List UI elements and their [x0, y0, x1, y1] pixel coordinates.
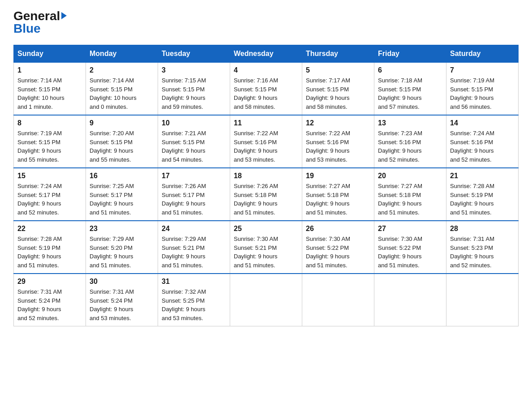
day-info: Sunrise: 7:20 AMSunset: 5:15 PMDaylight:… — [90, 129, 154, 164]
calendar-cell: 18Sunrise: 7:26 AMSunset: 5:18 PMDayligh… — [230, 168, 302, 221]
day-number: 1 — [17, 66, 82, 74]
day-info: Sunrise: 7:14 AMSunset: 5:15 PMDaylight:… — [90, 76, 154, 111]
day-number: 15 — [17, 172, 82, 180]
day-number: 25 — [234, 225, 298, 233]
calendar-cell: 19Sunrise: 7:27 AMSunset: 5:18 PMDayligh… — [302, 168, 374, 221]
page-header: General Blue — [13, 9, 519, 36]
calendar-cell: 5Sunrise: 7:17 AMSunset: 5:15 PMDaylight… — [302, 63, 374, 116]
calendar-cell: 29Sunrise: 7:31 AMSunset: 5:24 PMDayligh… — [14, 274, 86, 326]
calendar-cell: 11Sunrise: 7:22 AMSunset: 5:16 PMDayligh… — [230, 115, 302, 168]
day-number: 11 — [234, 119, 298, 127]
day-number: 16 — [90, 172, 154, 180]
day-info: Sunrise: 7:15 AMSunset: 5:15 PMDaylight:… — [162, 76, 226, 111]
day-number: 14 — [450, 119, 515, 127]
calendar-cell — [446, 274, 519, 326]
calendar-cell: 12Sunrise: 7:22 AMSunset: 5:16 PMDayligh… — [302, 115, 374, 168]
day-info: Sunrise: 7:22 AMSunset: 5:16 PMDaylight:… — [306, 129, 370, 164]
calendar-cell: 1Sunrise: 7:14 AMSunset: 5:15 PMDaylight… — [14, 63, 86, 116]
calendar-cell: 2Sunrise: 7:14 AMSunset: 5:15 PMDaylight… — [86, 63, 158, 116]
day-info: Sunrise: 7:26 AMSunset: 5:17 PMDaylight:… — [162, 182, 226, 217]
calendar-cell: 9Sunrise: 7:20 AMSunset: 5:15 PMDaylight… — [86, 115, 158, 168]
calendar-cell: 28Sunrise: 7:31 AMSunset: 5:23 PMDayligh… — [446, 221, 519, 274]
calendar-week-row: 22Sunrise: 7:28 AMSunset: 5:19 PMDayligh… — [14, 221, 519, 274]
calendar-cell: 10Sunrise: 7:21 AMSunset: 5:15 PMDayligh… — [158, 115, 230, 168]
calendar-cell: 25Sunrise: 7:30 AMSunset: 5:21 PMDayligh… — [230, 221, 302, 274]
calendar-cell: 20Sunrise: 7:27 AMSunset: 5:18 PMDayligh… — [374, 168, 446, 221]
day-number: 21 — [450, 172, 515, 180]
calendar-cell: 15Sunrise: 7:24 AMSunset: 5:17 PMDayligh… — [14, 168, 86, 221]
calendar-cell — [302, 274, 374, 326]
day-number: 22 — [17, 225, 82, 233]
day-info: Sunrise: 7:19 AMSunset: 5:15 PMDaylight:… — [17, 129, 82, 164]
column-header-wednesday: Wednesday — [230, 45, 302, 63]
calendar-cell — [230, 274, 302, 326]
day-number: 7 — [450, 66, 515, 74]
day-info: Sunrise: 7:16 AMSunset: 5:15 PMDaylight:… — [234, 76, 298, 111]
day-info: Sunrise: 7:31 AMSunset: 5:23 PMDaylight:… — [450, 235, 515, 270]
calendar-cell: 31Sunrise: 7:32 AMSunset: 5:25 PMDayligh… — [158, 274, 230, 326]
day-info: Sunrise: 7:31 AMSunset: 5:24 PMDaylight:… — [90, 287, 154, 322]
day-number: 28 — [450, 225, 515, 233]
calendar-cell: 27Sunrise: 7:30 AMSunset: 5:22 PMDayligh… — [374, 221, 446, 274]
calendar-cell: 14Sunrise: 7:24 AMSunset: 5:16 PMDayligh… — [446, 115, 519, 168]
day-info: Sunrise: 7:23 AMSunset: 5:16 PMDaylight:… — [378, 129, 442, 164]
day-info: Sunrise: 7:30 AMSunset: 5:22 PMDaylight:… — [378, 235, 442, 270]
day-number: 4 — [234, 66, 298, 74]
day-info: Sunrise: 7:18 AMSunset: 5:15 PMDaylight:… — [378, 76, 442, 111]
logo-triangle-icon — [61, 12, 67, 19]
calendar-cell: 8Sunrise: 7:19 AMSunset: 5:15 PMDaylight… — [14, 115, 86, 168]
calendar-cell: 17Sunrise: 7:26 AMSunset: 5:17 PMDayligh… — [158, 168, 230, 221]
day-info: Sunrise: 7:26 AMSunset: 5:18 PMDaylight:… — [234, 182, 298, 217]
day-info: Sunrise: 7:30 AMSunset: 5:21 PMDaylight:… — [234, 235, 298, 270]
day-number: 23 — [90, 225, 154, 233]
day-info: Sunrise: 7:29 AMSunset: 5:20 PMDaylight:… — [90, 235, 154, 270]
column-header-tuesday: Tuesday — [158, 45, 230, 63]
day-number: 13 — [378, 119, 442, 127]
logo-blue: Blue — [13, 21, 41, 36]
day-info: Sunrise: 7:29 AMSunset: 5:21 PMDaylight:… — [162, 235, 226, 270]
calendar-cell: 23Sunrise: 7:29 AMSunset: 5:20 PMDayligh… — [86, 221, 158, 274]
calendar-cell: 6Sunrise: 7:18 AMSunset: 5:15 PMDaylight… — [374, 63, 446, 116]
day-number: 8 — [17, 119, 82, 127]
logo: General Blue — [13, 9, 67, 36]
day-number: 27 — [378, 225, 442, 233]
day-number: 9 — [90, 119, 154, 127]
calendar-week-row: 15Sunrise: 7:24 AMSunset: 5:17 PMDayligh… — [14, 168, 519, 221]
calendar-cell: 21Sunrise: 7:28 AMSunset: 5:19 PMDayligh… — [446, 168, 519, 221]
day-number: 24 — [162, 225, 226, 233]
calendar-week-row: 1Sunrise: 7:14 AMSunset: 5:15 PMDaylight… — [14, 63, 519, 116]
calendar-cell — [374, 274, 446, 326]
calendar-cell: 4Sunrise: 7:16 AMSunset: 5:15 PMDaylight… — [230, 63, 302, 116]
column-header-thursday: Thursday — [302, 45, 374, 63]
day-number: 12 — [306, 119, 370, 127]
day-info: Sunrise: 7:27 AMSunset: 5:18 PMDaylight:… — [306, 182, 370, 217]
day-info: Sunrise: 7:24 AMSunset: 5:17 PMDaylight:… — [17, 182, 82, 217]
day-info: Sunrise: 7:25 AMSunset: 5:17 PMDaylight:… — [90, 182, 154, 217]
column-header-saturday: Saturday — [446, 45, 519, 63]
day-info: Sunrise: 7:24 AMSunset: 5:16 PMDaylight:… — [450, 129, 515, 164]
day-info: Sunrise: 7:19 AMSunset: 5:15 PMDaylight:… — [450, 76, 515, 111]
day-info: Sunrise: 7:17 AMSunset: 5:15 PMDaylight:… — [306, 76, 370, 111]
day-number: 19 — [306, 172, 370, 180]
day-info: Sunrise: 7:28 AMSunset: 5:19 PMDaylight:… — [17, 235, 82, 270]
day-info: Sunrise: 7:21 AMSunset: 5:15 PMDaylight:… — [162, 129, 226, 164]
calendar-cell: 26Sunrise: 7:30 AMSunset: 5:22 PMDayligh… — [302, 221, 374, 274]
day-number: 2 — [90, 66, 154, 74]
day-number: 6 — [378, 66, 442, 74]
day-number: 5 — [306, 66, 370, 74]
day-info: Sunrise: 7:22 AMSunset: 5:16 PMDaylight:… — [234, 129, 298, 164]
column-header-monday: Monday — [86, 45, 158, 63]
calendar-cell: 3Sunrise: 7:15 AMSunset: 5:15 PMDaylight… — [158, 63, 230, 116]
column-header-sunday: Sunday — [14, 45, 86, 63]
day-number: 17 — [162, 172, 226, 180]
day-number: 31 — [162, 278, 226, 286]
day-number: 20 — [378, 172, 442, 180]
day-number: 18 — [234, 172, 298, 180]
day-info: Sunrise: 7:32 AMSunset: 5:25 PMDaylight:… — [162, 287, 226, 322]
calendar-cell: 7Sunrise: 7:19 AMSunset: 5:15 PMDaylight… — [446, 63, 519, 116]
calendar-cell: 13Sunrise: 7:23 AMSunset: 5:16 PMDayligh… — [374, 115, 446, 168]
day-number: 3 — [162, 66, 226, 74]
calendar-week-row: 8Sunrise: 7:19 AMSunset: 5:15 PMDaylight… — [14, 115, 519, 168]
day-info: Sunrise: 7:14 AMSunset: 5:15 PMDaylight:… — [17, 76, 82, 111]
column-header-friday: Friday — [374, 45, 446, 63]
